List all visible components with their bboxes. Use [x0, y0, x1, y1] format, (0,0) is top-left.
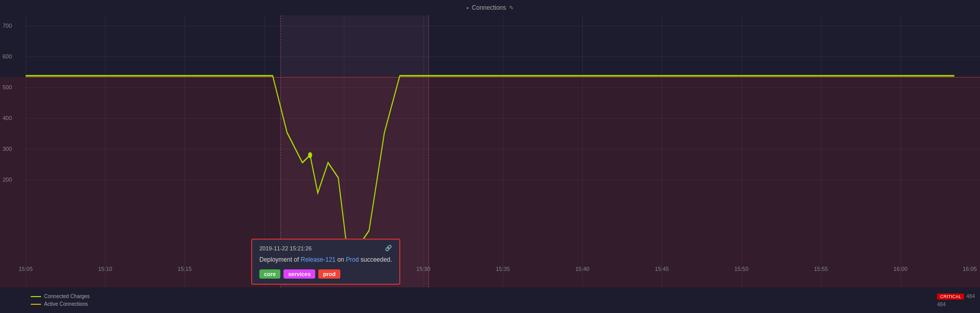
x-label-12: 16:05	[963, 266, 977, 272]
tag-core[interactable]: core	[259, 269, 280, 279]
popup-tags: core services prod	[259, 269, 392, 279]
badge-value2-count: 484	[937, 302, 946, 307]
x-label-0: 15:05	[18, 266, 33, 272]
popup-link-icon[interactable]: 🔗	[385, 245, 392, 251]
chart-container: ● Connections ✎ 700 600 500 400 300 200	[0, 0, 980, 313]
chart-area: 700 600 500 400 300 200	[0, 15, 980, 287]
x-label-2: 15:15	[178, 266, 192, 272]
legend-item-1: Active Connections	[31, 301, 90, 307]
popup-on-text: on	[336, 256, 346, 263]
legend-label-1: Active Connections	[44, 301, 88, 307]
x-label-10: 15:55	[814, 266, 828, 272]
popup-text-prefix: Deployment of	[259, 256, 301, 263]
x-label-8: 15:45	[655, 266, 669, 272]
x-label-7: 15:40	[575, 266, 589, 272]
popup-text-suffix: succeeded.	[359, 256, 392, 263]
popup-body: Deployment of Release-121 on Prod succee…	[259, 256, 392, 264]
chart-title: ● Connections ✎	[466, 4, 514, 11]
tag-services[interactable]: services	[283, 269, 315, 279]
popup-release-link[interactable]: Release-121	[301, 256, 336, 263]
popup-timestamp: 2019-11-22 15:21:26	[259, 245, 312, 251]
chart-legend: Connected Charges Active Connections	[31, 287, 90, 313]
x-label-1: 15:10	[98, 266, 112, 272]
badge-critical-value: 484	[966, 294, 975, 299]
legend-item-0: Connected Charges	[31, 294, 90, 299]
legend-color-0	[31, 296, 41, 297]
popup-header: 2019-11-22 15:21:26 🔗	[259, 245, 392, 251]
tag-prod[interactable]: prod	[318, 269, 340, 279]
chart-title-text: Connections	[472, 4, 506, 11]
x-label-9: 15:50	[734, 266, 749, 272]
x-label-5: 15:30	[416, 266, 431, 272]
x-label-6: 15:35	[496, 266, 510, 272]
chart-dot-icon: ●	[466, 6, 469, 10]
badge-critical: CRITICAL	[937, 294, 964, 300]
chart-title-bar: ● Connections ✎	[0, 0, 980, 15]
legend-label-0: Connected Charges	[44, 294, 90, 299]
chart-legend-right: CRITICAL 484 484	[937, 287, 975, 313]
chart-svg	[0, 15, 980, 287]
popup-env-link[interactable]: Prod	[346, 256, 359, 263]
legend-badge-value2: 484	[937, 302, 975, 307]
legend-color-1	[31, 304, 41, 305]
legend-badge-critical: CRITICAL 484	[937, 294, 975, 300]
x-label-11: 16:00	[893, 266, 908, 272]
annotation-popup: 2019-11-22 15:21:26 🔗 Deployment of Rele…	[251, 239, 400, 285]
edit-icon[interactable]: ✎	[509, 5, 514, 11]
main-line	[26, 76, 954, 261]
data-point	[308, 152, 312, 158]
x-axis: 15:05 15:10 15:15 15:20 15:25 15:30 15:3…	[26, 262, 980, 287]
